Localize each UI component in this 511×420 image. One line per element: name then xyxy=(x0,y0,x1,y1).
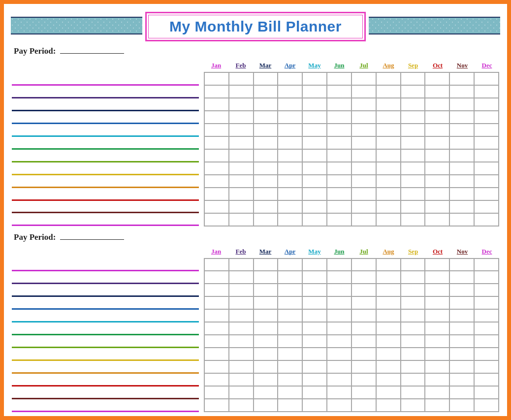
grid-cell[interactable] xyxy=(229,86,254,98)
grid-cell[interactable] xyxy=(475,323,499,335)
grid-cell[interactable] xyxy=(229,348,254,361)
grid-cell[interactable] xyxy=(254,188,279,201)
grid-cell[interactable] xyxy=(205,271,229,284)
grid-cell[interactable] xyxy=(401,137,426,150)
grid-cell[interactable] xyxy=(303,297,327,310)
grid-cell[interactable] xyxy=(475,137,499,150)
grid-cell[interactable] xyxy=(229,310,254,323)
grid-cell[interactable] xyxy=(377,162,401,175)
grid-cell[interactable] xyxy=(401,399,426,412)
grid-cell[interactable] xyxy=(352,137,377,150)
grid-cell[interactable] xyxy=(229,188,254,201)
grid-cell[interactable] xyxy=(352,188,377,201)
grid-cell[interactable] xyxy=(425,387,450,399)
grid-cell[interactable] xyxy=(401,387,426,399)
grid-cell[interactable] xyxy=(254,214,279,226)
grid-cell[interactable] xyxy=(352,201,377,214)
grid-cell[interactable] xyxy=(352,284,377,297)
grid-cell[interactable] xyxy=(475,348,499,361)
grid-cell[interactable] xyxy=(450,175,475,188)
grid-cell[interactable] xyxy=(401,98,426,111)
grid-cell[interactable] xyxy=(475,310,499,323)
grid-cell[interactable] xyxy=(475,73,499,86)
grid-cell[interactable] xyxy=(229,111,254,124)
grid-cell[interactable] xyxy=(205,188,229,201)
grid-cell[interactable] xyxy=(401,335,426,348)
grid-cell[interactable] xyxy=(229,98,254,111)
grid-cell[interactable] xyxy=(401,150,426,162)
grid-cell[interactable] xyxy=(377,98,401,111)
grid-cell[interactable] xyxy=(425,323,450,335)
grid-cell[interactable] xyxy=(278,399,303,412)
grid-cell[interactable] xyxy=(425,86,450,98)
grid-cell[interactable] xyxy=(450,387,475,399)
grid-cell[interactable] xyxy=(377,310,401,323)
grid-cell[interactable] xyxy=(229,284,254,297)
grid-cell[interactable] xyxy=(327,348,352,361)
grid-cell[interactable] xyxy=(425,162,450,175)
grid-cell[interactable] xyxy=(303,348,327,361)
grid-cell[interactable] xyxy=(327,73,352,86)
grid-cell[interactable] xyxy=(327,387,352,399)
grid-cell[interactable] xyxy=(278,323,303,335)
grid-cell[interactable] xyxy=(425,284,450,297)
grid-cell[interactable] xyxy=(205,374,229,387)
grid-cell[interactable] xyxy=(377,150,401,162)
grid-cell[interactable] xyxy=(352,259,377,272)
grid-cell[interactable] xyxy=(450,284,475,297)
grid-cell[interactable] xyxy=(450,111,475,124)
grid-cell[interactable] xyxy=(303,98,327,111)
grid-cell[interactable] xyxy=(205,348,229,361)
grid-cell[interactable] xyxy=(401,124,426,137)
grid-cell[interactable] xyxy=(303,175,327,188)
bill-entry-line[interactable] xyxy=(12,124,199,137)
grid-cell[interactable] xyxy=(303,188,327,201)
grid-cell[interactable] xyxy=(303,271,327,284)
grid-cell[interactable] xyxy=(205,310,229,323)
grid-cell[interactable] xyxy=(327,271,352,284)
grid-cell[interactable] xyxy=(377,335,401,348)
grid-cell[interactable] xyxy=(401,374,426,387)
bill-entry-line[interactable] xyxy=(12,175,199,188)
grid-cell[interactable] xyxy=(425,297,450,310)
bill-entry-line[interactable] xyxy=(12,259,199,272)
grid-cell[interactable] xyxy=(205,297,229,310)
grid-cell[interactable] xyxy=(205,137,229,150)
grid-cell[interactable] xyxy=(377,399,401,412)
grid-cell[interactable] xyxy=(450,374,475,387)
grid-cell[interactable] xyxy=(205,150,229,162)
grid-cell[interactable] xyxy=(425,188,450,201)
grid-cell[interactable] xyxy=(205,175,229,188)
grid-cell[interactable] xyxy=(377,73,401,86)
grid-cell[interactable] xyxy=(205,201,229,214)
grid-cell[interactable] xyxy=(254,201,279,214)
grid-cell[interactable] xyxy=(205,214,229,226)
grid-cell[interactable] xyxy=(425,310,450,323)
grid-cell[interactable] xyxy=(401,111,426,124)
grid-cell[interactable] xyxy=(425,137,450,150)
grid-cell[interactable] xyxy=(475,387,499,399)
grid-cell[interactable] xyxy=(401,297,426,310)
bill-entry-line[interactable] xyxy=(12,150,199,162)
grid-cell[interactable] xyxy=(352,175,377,188)
grid-cell[interactable] xyxy=(475,271,499,284)
bill-entry-line[interactable] xyxy=(12,271,199,284)
grid-cell[interactable] xyxy=(205,162,229,175)
grid-cell[interactable] xyxy=(254,348,279,361)
grid-cell[interactable] xyxy=(475,162,499,175)
grid-cell[interactable] xyxy=(475,399,499,412)
grid-cell[interactable] xyxy=(327,310,352,323)
grid-cell[interactable] xyxy=(352,310,377,323)
grid-cell[interactable] xyxy=(254,150,279,162)
grid-cell[interactable] xyxy=(205,86,229,98)
grid-cell[interactable] xyxy=(327,399,352,412)
grid-cell[interactable] xyxy=(278,188,303,201)
grid-cell[interactable] xyxy=(278,124,303,137)
grid-cell[interactable] xyxy=(475,214,499,226)
grid-cell[interactable] xyxy=(229,374,254,387)
grid-cell[interactable] xyxy=(377,387,401,399)
grid-cell[interactable] xyxy=(327,259,352,272)
grid-cell[interactable] xyxy=(278,98,303,111)
grid-cell[interactable] xyxy=(450,98,475,111)
grid-cell[interactable] xyxy=(475,374,499,387)
